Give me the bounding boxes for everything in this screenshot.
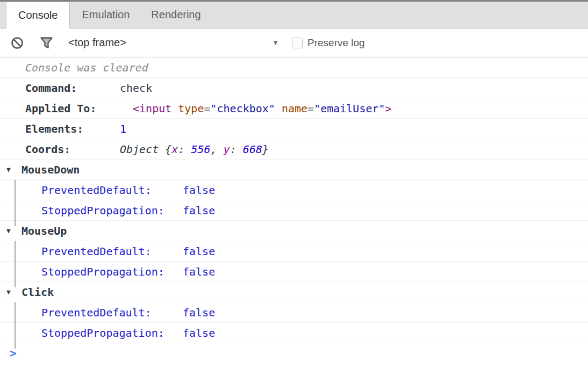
console-cleared-message: Console was cleared bbox=[0, 57, 588, 78]
group-title: MouseUp bbox=[21, 225, 67, 237]
chevron-down-icon: ▼ bbox=[272, 39, 279, 47]
frame-selector-dropdown[interactable]: <top frame> ▼ bbox=[68, 37, 279, 49]
preserve-log-checkbox[interactable] bbox=[292, 38, 303, 48]
log-row-prevented-default: PreventedDefault: false bbox=[0, 302, 588, 323]
console-output: Console was cleared Command: check Appli… bbox=[0, 57, 588, 364]
log-row-prevented-default: PreventedDefault: false bbox=[0, 180, 588, 200]
tab-emulation[interactable]: Emulation bbox=[74, 2, 137, 28]
log-row-elements: Elements: 1 bbox=[0, 119, 588, 139]
object-preview[interactable]: Object {x: 556, y: 668} bbox=[120, 143, 269, 156]
log-row-command: Command: check bbox=[0, 78, 588, 98]
group-body-mousedown: PreventedDefault: false StoppedPropagati… bbox=[0, 180, 588, 221]
prompt-chevron-icon: > bbox=[10, 347, 17, 360]
console-toolbar: <top frame> ▼ Preserve log bbox=[0, 28, 588, 57]
group-header-mouseup[interactable]: ▼ MouseUp bbox=[0, 221, 588, 241]
log-row-stopped-propagation: StoppedPropagation: false bbox=[0, 323, 588, 343]
group-header-mousedown[interactable]: ▼ MouseDown bbox=[0, 160, 588, 180]
group-title: Click bbox=[21, 286, 54, 299]
command-value: check bbox=[120, 82, 152, 95]
element-preview[interactable]: <inputtype="checkbox"name="emailUser"> bbox=[133, 102, 392, 115]
preserve-log-label[interactable]: Preserve log bbox=[307, 37, 365, 49]
command-label: Command: bbox=[25, 82, 120, 95]
tab-rendering[interactable]: Rendering bbox=[144, 2, 208, 28]
group-body-mouseup: PreventedDefault: false StoppedPropagati… bbox=[0, 241, 588, 282]
elements-count: 1 bbox=[120, 122, 126, 135]
group-header-click[interactable]: ▼ Click bbox=[0, 282, 588, 302]
group-body-click: PreventedDefault: false StoppedPropagati… bbox=[0, 302, 588, 343]
log-row-prevented-default: PreventedDefault: false bbox=[0, 241, 588, 262]
disclosure-triangle-icon: ▼ bbox=[6, 227, 21, 235]
frame-selector-value: <top frame> bbox=[68, 37, 126, 49]
filter-icon[interactable] bbox=[39, 35, 54, 50]
log-row-stopped-propagation: StoppedPropagation: false bbox=[0, 262, 588, 282]
log-row-stopped-propagation: StoppedPropagation: false bbox=[0, 200, 588, 221]
disclosure-triangle-icon: ▼ bbox=[6, 165, 21, 173]
console-prompt[interactable]: > bbox=[0, 343, 588, 364]
elements-label: Elements: bbox=[25, 122, 120, 135]
clear-console-icon[interactable] bbox=[11, 37, 24, 49]
devtools-window: Console Emulation Rendering <top frame> … bbox=[0, 0, 588, 376]
coords-label: Coords: bbox=[25, 143, 120, 156]
group-title: MouseDown bbox=[21, 163, 80, 176]
applied-to-label: Applied To: bbox=[25, 102, 120, 115]
log-row-coords: Coords: Object {x: 556, y: 668} bbox=[0, 139, 588, 160]
disclosure-triangle-icon: ▼ bbox=[6, 288, 21, 296]
tab-console[interactable]: Console bbox=[6, 2, 70, 28]
devtools-tab-bar: Console Emulation Rendering bbox=[0, 2, 588, 28]
log-row-applied-to: Applied To: <inputtype="checkbox"name="e… bbox=[0, 98, 588, 119]
